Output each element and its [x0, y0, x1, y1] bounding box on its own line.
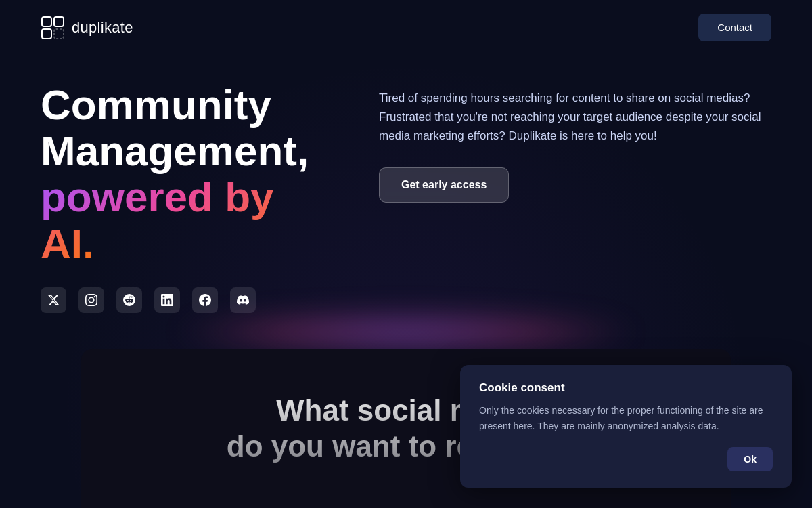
twitter-icon[interactable] [41, 287, 66, 313]
hero-left: Community Management, powered by AI. [41, 82, 325, 313]
hero-title: Community Management, powered by AI. [41, 82, 325, 267]
logo-text: duplikate [72, 19, 133, 37]
logo: duplikate [41, 16, 133, 40]
early-access-button[interactable]: Get early access [379, 167, 509, 203]
social-icons-row [41, 287, 325, 313]
title-line1: Community [41, 81, 271, 128]
cookie-description: Only the cookies necessary for the prope… [479, 403, 773, 433]
svg-rect-2 [42, 29, 51, 39]
discord-icon[interactable] [230, 287, 256, 313]
title-powered-text: powered by AI. [41, 173, 274, 266]
navbar: duplikate Contact [0, 0, 812, 55]
cookie-ok-button[interactable]: Ok [727, 447, 773, 471]
svg-rect-0 [42, 17, 51, 26]
facebook-icon[interactable] [192, 287, 218, 313]
title-line3: powered by AI. [41, 173, 274, 266]
title-line2: Management, [41, 127, 309, 174]
hero-right: Tired of spending hours searching for co… [379, 82, 771, 313]
contact-button[interactable]: Contact [698, 14, 771, 41]
svg-rect-1 [54, 17, 64, 26]
glow-effect [169, 312, 643, 352]
logo-icon [41, 16, 65, 40]
cookie-modal: Cookie consent Only the cookies necessar… [460, 365, 792, 488]
reddit-icon[interactable] [116, 287, 142, 313]
hero-section: Community Management, powered by AI. [0, 55, 812, 313]
svg-rect-3 [54, 29, 64, 39]
hero-description: Tired of spending hours searching for co… [379, 89, 771, 146]
cookie-title: Cookie consent [479, 381, 773, 395]
instagram-icon[interactable] [78, 287, 104, 313]
linkedin-icon[interactable] [154, 287, 180, 313]
